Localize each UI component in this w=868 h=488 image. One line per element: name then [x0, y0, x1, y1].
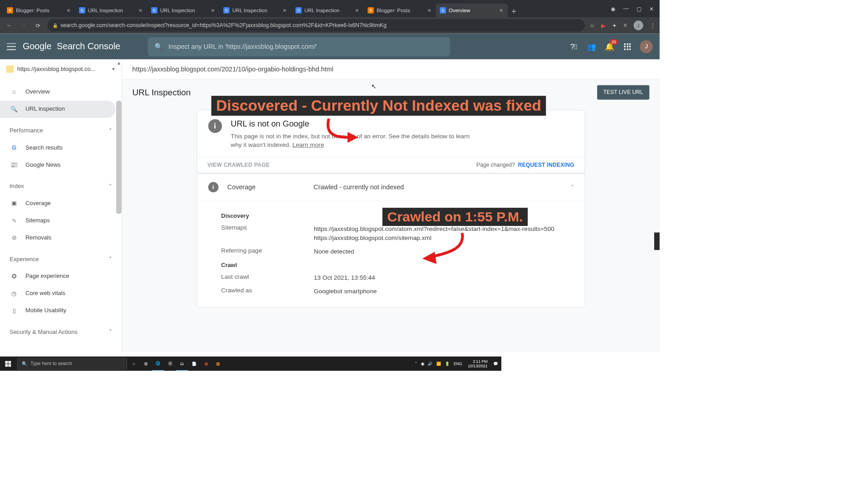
wifi-icon[interactable]: 📶 — [436, 361, 441, 366]
coverage-card: i Coverage Crawled - currently not index… — [197, 174, 585, 307]
info-icon: i — [208, 182, 218, 192]
star-icon[interactable]: ☆ — [590, 22, 594, 28]
nav-coverage[interactable]: ▣Coverage — [0, 195, 115, 212]
tab-urlinspect-1[interactable]: GURL Inspection✕ — [75, 4, 147, 17]
maximize-icon[interactable]: ▢ — [637, 5, 642, 12]
arrow-icon — [421, 233, 469, 263]
account-avatar[interactable]: J — [640, 40, 653, 53]
inspect-url-search[interactable]: 🔍 Inspect any URL in 'https://jaxxsblog.… — [148, 37, 450, 56]
chevron-up-icon: ˄ — [109, 256, 112, 263]
new-tab-button[interactable]: ＋ — [508, 5, 519, 17]
close-window-icon[interactable]: ✕ — [649, 5, 654, 12]
powerpoint-taskbar-icon[interactable]: ▣ — [200, 357, 212, 371]
nav-search-results[interactable]: GSearch results — [0, 139, 115, 156]
section-performance[interactable]: Performance˄ — [0, 122, 122, 139]
nav-page-experience[interactable]: ✪Page experience — [0, 267, 115, 285]
section-index[interactable]: Index˄ — [0, 178, 122, 194]
arrow-icon — [319, 118, 360, 146]
battery-icon[interactable]: 🔋 — [445, 361, 450, 366]
notepad-taskbar-icon[interactable]: 📄 — [188, 357, 200, 371]
tab-urlinspect-2[interactable]: GURL Inspection✕ — [147, 4, 219, 17]
sidebar: ▴ https://jaxxsblog.blogspot.co... ▼ ⌂Ov… — [0, 59, 122, 352]
reload-button[interactable]: ⟳ — [33, 21, 42, 30]
back-button[interactable]: ← — [4, 21, 14, 30]
help-icon[interactable]: ?⃝ — [568, 41, 579, 52]
youtube-icon[interactable]: ▶ — [601, 22, 605, 28]
action-center-icon[interactable]: 💬 — [493, 361, 498, 366]
apps-launcher[interactable] — [622, 41, 633, 52]
sublime-taskbar-icon[interactable]: ▩ — [212, 357, 224, 371]
window-controls: ◉ ― ▢ ✕ — [605, 0, 660, 17]
menu-icon[interactable]: ⋮ — [650, 22, 656, 28]
test-live-url-button[interactable]: TEST LIVE URL — [597, 85, 650, 99]
close-icon[interactable]: ✕ — [66, 7, 71, 14]
taskbar-clock[interactable]: 2:11 PM10/13/2021 — [466, 359, 490, 368]
nav-mobile-usability[interactable]: ▯Mobile Usability — [0, 302, 115, 319]
nav-overview[interactable]: ⌂Overview — [0, 84, 115, 101]
close-icon[interactable]: ✕ — [499, 7, 504, 14]
task-view-icon[interactable]: ⊞ — [140, 357, 152, 371]
section-experience[interactable]: Experience˄ — [0, 251, 122, 267]
view-crawled-page-button[interactable]: VIEW CRAWLED PAGE — [208, 162, 270, 169]
close-icon[interactable]: ✕ — [138, 7, 143, 14]
extensions-icon[interactable]: ✦ — [612, 22, 617, 28]
section-security[interactable]: Security & Manual Actions˅ — [0, 324, 122, 340]
system-tray: ˄ ◉ 🔊 📶 🔋 ENG 2:11 PM10/13/2021 💬 — [412, 359, 501, 368]
coverage-row[interactable]: i Coverage Crawled - currently not index… — [197, 174, 585, 201]
record-icon[interactable]: ◉ — [611, 5, 616, 12]
tab-overview[interactable]: GOverview✕ — [436, 4, 508, 17]
tab-urlinspect-3[interactable]: GURL Inspection✕ — [219, 4, 292, 17]
volume-icon[interactable]: 🔊 — [428, 361, 433, 366]
mobile-icon: ▯ — [10, 307, 18, 314]
nav-url-inspection[interactable]: 🔍URL inspection — [0, 101, 115, 118]
forward-button[interactable]: → — [19, 21, 28, 30]
nav-sitemaps[interactable]: ∿Sitemaps — [0, 212, 115, 229]
nav-google-news[interactable]: 📰Google News — [0, 156, 115, 174]
reading-list-icon[interactable]: ≡ — [623, 22, 627, 28]
start-button[interactable] — [0, 357, 16, 371]
request-indexing-button[interactable]: REQUEST INDEXING — [518, 162, 575, 168]
scrollbar-thumb[interactable] — [116, 101, 122, 214]
recording-icon[interactable]: ◉ — [421, 361, 425, 366]
chevron-down-icon: ▼ — [111, 66, 115, 71]
close-icon[interactable]: ✕ — [283, 7, 287, 14]
profile-avatar[interactable]: J — [633, 21, 643, 30]
tray-expand-icon[interactable]: ˄ — [415, 361, 417, 366]
blogger-icon: B — [368, 7, 374, 14]
tab-blogger-2[interactable]: BBlogger: Posts✕ — [363, 4, 436, 17]
tab-urlinspect-4[interactable]: GURL Inspection✕ — [291, 4, 363, 17]
close-icon[interactable]: ✕ — [427, 7, 432, 14]
chrome-taskbar-icon[interactable]: 🌐 — [152, 357, 164, 371]
add-user-icon[interactable]: 👥 — [586, 41, 597, 52]
gsc-icon: G — [223, 7, 230, 14]
chevron-down-icon: ˅ — [109, 328, 112, 336]
taskbar-search[interactable]: 🔍Type here to search — [17, 358, 127, 369]
nav-removals[interactable]: ⊘Removals — [0, 229, 115, 246]
ie-taskbar-icon[interactable]: ⓔ — [164, 357, 176, 371]
mouse-cursor: ↖ — [371, 83, 376, 90]
scroll-up-icon[interactable]: ▴ — [116, 59, 122, 66]
notifications-icon[interactable]: 🔔25 — [604, 41, 615, 52]
search-placeholder: Inspect any URL in 'https://jaxxsblog.bl… — [168, 43, 316, 51]
close-icon[interactable]: ✕ — [211, 7, 215, 14]
menu-toggle[interactable] — [7, 43, 16, 50]
address-input[interactable]: 🔒 search.google.com/search-console/inspe… — [47, 19, 585, 32]
property-label: https://jaxxsblog.blogspot.co... — [17, 66, 95, 72]
search-icon: 🔍 — [10, 105, 18, 113]
property-selector[interactable]: https://jaxxsblog.blogspot.co... ▼ — [0, 59, 122, 79]
status-card: i URL is not on Google This page is not … — [197, 110, 585, 174]
page-title: URL Inspection — [132, 87, 191, 97]
close-icon[interactable]: ✕ — [355, 7, 359, 14]
minimize-icon[interactable]: ― — [623, 5, 629, 12]
cortana-icon[interactable]: ○ — [128, 357, 140, 371]
app-logo: Google Search Console — [23, 41, 120, 52]
lock-icon: 🔒 — [52, 23, 58, 28]
nav-core-web-vitals[interactable]: ◷Core web vitals — [0, 285, 115, 302]
url-text: search.google.com/search-console/inspect… — [61, 22, 387, 28]
crawl-heading: Crawl — [221, 262, 561, 268]
vitals-icon: ◷ — [10, 290, 18, 297]
coverage-icon: ▣ — [10, 200, 18, 207]
explorer-taskbar-icon[interactable]: 🗂 — [176, 357, 188, 371]
language-indicator[interactable]: ENG — [454, 361, 462, 366]
tab-blogger-1[interactable]: BBlogger: Posts✕ — [3, 4, 75, 17]
